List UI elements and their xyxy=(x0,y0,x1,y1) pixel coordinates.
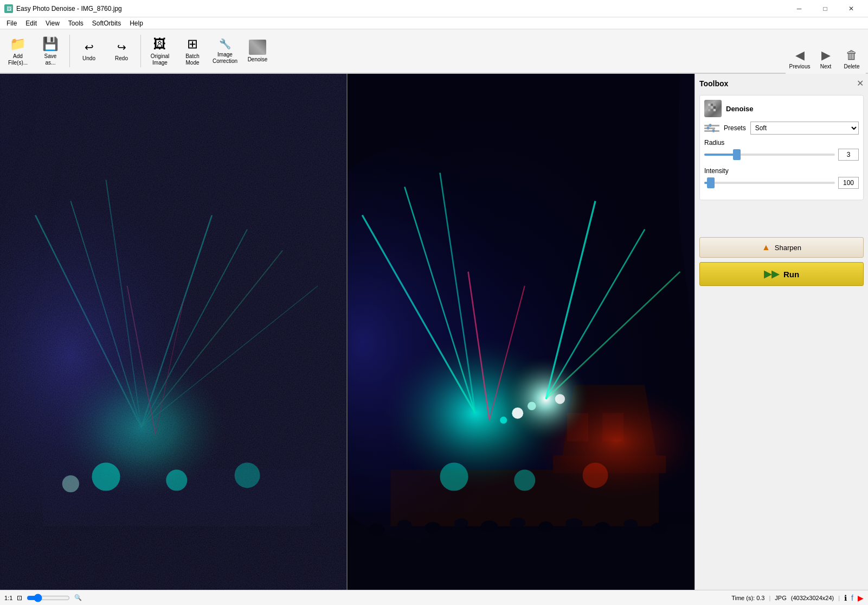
delete-icon: 🗑 xyxy=(846,48,858,62)
image-panel xyxy=(0,74,695,590)
radius-thumb[interactable] xyxy=(733,149,741,160)
intensity-value-input[interactable] xyxy=(838,177,859,189)
zoom-slider[interactable] xyxy=(27,596,70,600)
svg-point-57 xyxy=(397,520,412,530)
svg-point-58 xyxy=(425,522,441,533)
svg-point-53 xyxy=(440,463,468,491)
toolbox-spacer xyxy=(699,205,864,237)
denoise-button[interactable]: Denoise xyxy=(242,32,273,70)
menu-edit[interactable]: Edit xyxy=(21,18,41,28)
intensity-control xyxy=(704,177,859,189)
svg-point-28 xyxy=(235,463,260,488)
radius-fill xyxy=(704,154,737,156)
status-sep-2: | xyxy=(838,595,840,601)
menu-view[interactable]: View xyxy=(41,18,64,28)
original-image-icon: 🖼 xyxy=(153,36,166,52)
denoise-header-row: Denoise xyxy=(704,100,859,117)
presets-select[interactable]: Soft Medium Hard Custom xyxy=(750,122,859,135)
toolbar-separator-2 xyxy=(140,35,141,67)
delete-label: Delete xyxy=(844,63,860,69)
next-icon: ▶ xyxy=(821,48,831,62)
zoom-ratio: 1:1 xyxy=(4,595,12,601)
add-files-button[interactable]: 📁 AddFile(s)... xyxy=(2,32,34,70)
sharpen-label: Sharpen xyxy=(775,244,801,252)
minimize-button[interactable]: ─ xyxy=(787,0,812,17)
svg-point-62 xyxy=(538,521,552,533)
batch-mode-button[interactable]: ⊞ BatchMode xyxy=(177,32,208,70)
menu-file[interactable]: File xyxy=(2,18,21,28)
svg-point-27 xyxy=(166,470,187,491)
image-correction-label: ImageCorrection xyxy=(213,52,237,65)
intensity-thumb[interactable] xyxy=(707,177,715,188)
intensity-label: Intensity xyxy=(704,167,859,175)
radius-row: Radius xyxy=(704,139,859,161)
svg-point-65 xyxy=(623,519,638,529)
image-denoised xyxy=(348,74,695,590)
intensity-row: Intensity xyxy=(704,167,859,189)
maximize-button[interactable]: □ xyxy=(813,0,838,17)
close-button[interactable]: ✕ xyxy=(839,0,864,17)
save-as-icon: 💾 xyxy=(42,36,59,52)
svg-point-55 xyxy=(582,463,608,488)
redo-icon: ↪ xyxy=(117,41,126,54)
denoise-section-icon xyxy=(704,100,722,117)
denoise-icon xyxy=(249,40,266,55)
svg-point-26 xyxy=(92,463,120,491)
status-format: JPG xyxy=(775,595,786,601)
svg-rect-75 xyxy=(713,109,716,111)
delete-button[interactable]: 🗑 Delete xyxy=(840,46,864,72)
previous-button[interactable]: ◀ Previous xyxy=(788,46,812,72)
sharpen-button[interactable]: ▲ Sharpen xyxy=(699,237,864,258)
info-icon[interactable]: ℹ xyxy=(844,594,847,602)
title-bar: 🖼 Easy Photo Denoise - IMG_8760.jpg ─ □ … xyxy=(0,0,868,17)
menu-tools[interactable]: Tools xyxy=(64,18,88,28)
previous-label: Previous xyxy=(789,63,811,69)
youtube-icon[interactable]: ▶ xyxy=(858,594,864,602)
app-icon: 🖼 xyxy=(4,4,13,13)
run-button[interactable]: ▶▶ Run xyxy=(699,262,864,286)
menu-bar: File Edit View Tools SoftOrbits Help xyxy=(0,17,868,29)
svg-rect-70 xyxy=(708,106,710,109)
batch-mode-icon: ⊞ xyxy=(187,36,198,52)
svg-point-52 xyxy=(555,394,564,404)
svg-rect-71 xyxy=(711,106,713,109)
original-image-button[interactable]: 🖼 OriginalImage xyxy=(144,32,176,70)
svg-rect-74 xyxy=(711,109,713,111)
intensity-track[interactable] xyxy=(704,182,835,184)
toolbox-header: Toolbox ✕ xyxy=(699,78,864,88)
menu-softorbits[interactable]: SoftOrbits xyxy=(88,18,125,28)
zoom-fit-icon: ⊡ xyxy=(17,594,22,602)
save-as-button[interactable]: 💾 Saveas... xyxy=(35,32,66,70)
svg-point-56 xyxy=(368,524,384,536)
run-icon: ▶▶ xyxy=(764,268,779,280)
toolbox-close-button[interactable]: ✕ xyxy=(857,78,864,88)
svg-rect-68 xyxy=(711,104,713,106)
presets-line-1 xyxy=(704,125,719,126)
undo-button[interactable]: ↩ Undo xyxy=(73,32,105,70)
previous-icon: ◀ xyxy=(795,48,805,62)
svg-point-54 xyxy=(514,470,535,491)
presets-label: Presets xyxy=(724,124,746,132)
image-correction-button[interactable]: 🔧 ImageCorrection xyxy=(209,32,241,70)
presets-line-3 xyxy=(704,130,719,132)
radius-value-input[interactable] xyxy=(838,149,859,161)
batch-mode-label: BatchMode xyxy=(185,53,200,66)
presets-icon xyxy=(704,122,719,135)
menu-help[interactable]: Help xyxy=(125,18,147,28)
zoom-plus-icon[interactable]: 🔍 xyxy=(74,594,82,601)
svg-rect-72 xyxy=(713,106,716,109)
nav-area: ◀ Previous ▶ Next 🗑 Delete xyxy=(786,29,866,74)
toolbox: Toolbox ✕ xyxy=(695,74,868,590)
radius-track[interactable] xyxy=(704,154,835,156)
status-dimensions: (4032x3024x24) xyxy=(791,595,834,601)
share-icon[interactable]: f xyxy=(851,594,853,602)
undo-label: Undo xyxy=(82,55,95,62)
svg-rect-73 xyxy=(708,109,710,111)
svg-point-63 xyxy=(565,518,582,528)
run-label: Run xyxy=(783,270,799,279)
image-correction-icon: 🔧 xyxy=(219,38,231,50)
svg-rect-67 xyxy=(708,104,710,106)
redo-button[interactable]: ↪ Redo xyxy=(106,32,137,70)
next-button[interactable]: ▶ Next xyxy=(814,46,838,72)
svg-point-59 xyxy=(454,518,468,528)
